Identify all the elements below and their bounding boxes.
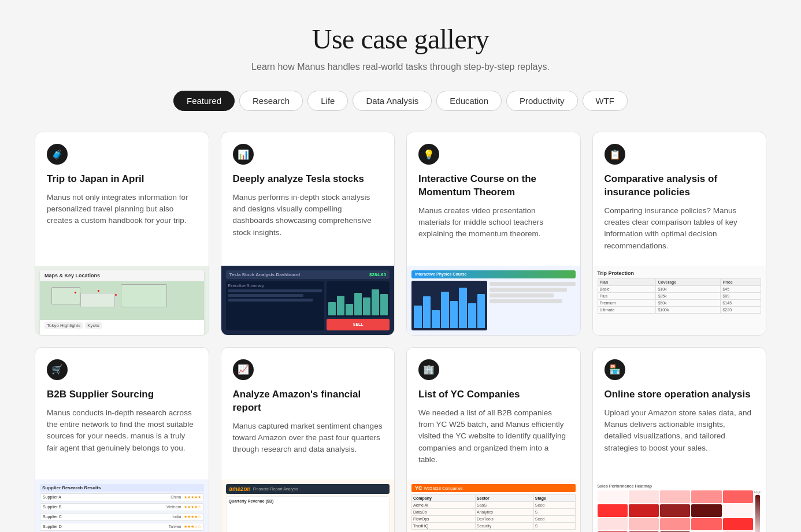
card-icon-momentum-course: 💡	[418, 144, 439, 165]
cards-row-1: 🧳Trip to Japan in AprilManus not only in…	[35, 132, 766, 336]
card-content-momentum-course: 💡Interactive Course on the Momentum Theo…	[407, 132, 580, 261]
card-title-japan-trip: Trip to Japan in April	[47, 173, 197, 186]
card-desc-tesla-stocks: Manus performs in-depth stock analysis a…	[233, 192, 383, 239]
card-desc-b2b-sourcing: Manus conducts in-depth research across …	[47, 407, 197, 454]
card-desc-insurance-analysis: Comparing insurance policies? Manus crea…	[605, 205, 755, 252]
card-title-insurance-analysis: Comparative analysis of insurance polici…	[605, 173, 755, 199]
card-content-yc-companies: 🏢List of YC CompaniesWe needed a list of…	[407, 348, 580, 475]
tab-life[interactable]: Life	[307, 91, 348, 111]
card-content-insurance-analysis: 📋Comparative analysis of insurance polic…	[593, 132, 766, 261]
card-preview-stock: Tesla Stock Analysis Dashboard $284.65 E…	[221, 266, 395, 335]
card-icon-amazon-financial: 📈	[233, 359, 254, 380]
card-yc-companies[interactable]: 🏢List of YC CompaniesWe needed a list of…	[406, 347, 581, 532]
tab-education[interactable]: Education	[436, 91, 502, 111]
card-japan-trip[interactable]: 🧳Trip to Japan in AprilManus not only in…	[35, 132, 209, 336]
page-header: Use case gallery Learn how Manus handles…	[35, 23, 766, 72]
card-content-b2b-sourcing: 🛒B2B Supplier SourcingManus conducts in-…	[35, 348, 209, 475]
card-tesla-stocks[interactable]: 📊Deeply analyze Tesla stocksManus perfor…	[221, 132, 395, 336]
tab-featured[interactable]: Featured	[173, 91, 235, 111]
card-title-amazon-financial: Analyze Amazon's financial report	[233, 388, 383, 415]
card-icon-yc-companies: 🏢	[418, 359, 439, 380]
card-icon-b2b-sourcing: 🛒	[47, 359, 68, 380]
card-preview-supplier: Supplier Research Results Supplier A Chi…	[35, 479, 209, 532]
card-content-amazon-financial: 📈Analyze Amazon's financial reportManus …	[221, 348, 395, 475]
card-preview-insurance: Trip Protection Plan Coverage Price Basi…	[593, 266, 766, 335]
card-amazon-financial[interactable]: 📈Analyze Amazon's financial reportManus …	[221, 347, 395, 532]
card-preview-store: Sales Performance Heatmap High Low	[593, 479, 766, 532]
card-title-b2b-sourcing: B2B Supplier Sourcing	[47, 388, 197, 401]
card-title-momentum-course: Interactive Course on the Momentum Theor…	[418, 173, 569, 199]
card-preview-course: Interactive Physics Course	[407, 266, 580, 335]
tab-productivity[interactable]: Productivity	[506, 91, 578, 111]
card-content-store-analysis: 🏪Online store operation analysisUpload y…	[593, 348, 766, 475]
page-title: Use case gallery	[35, 23, 766, 55]
card-desc-amazon-financial: Manus captured market sentiment changes …	[233, 421, 383, 456]
tab-wtf[interactable]: WTF	[583, 91, 628, 111]
card-desc-yc-companies: We needed a list of all B2B companies fr…	[418, 407, 569, 466]
card-icon-tesla-stocks: 📊	[233, 144, 254, 165]
tab-data-analysis[interactable]: Data Analysis	[353, 91, 432, 111]
card-content-tesla-stocks: 📊Deeply analyze Tesla stocksManus perfor…	[221, 132, 395, 261]
card-title-tesla-stocks: Deeply analyze Tesla stocks	[233, 173, 383, 186]
cards-row-2: 🛒B2B Supplier SourcingManus conducts in-…	[35, 347, 766, 532]
page-subtitle: Learn how Manus handles real-world tasks…	[35, 62, 766, 72]
card-icon-store-analysis: 🏪	[605, 359, 625, 380]
card-insurance-analysis[interactable]: 📋Comparative analysis of insurance polic…	[592, 132, 767, 336]
card-desc-momentum-course: Manus creates video presentation materia…	[418, 205, 569, 240]
card-content-japan-trip: 🧳Trip to Japan in AprilManus not only in…	[35, 132, 209, 261]
card-desc-japan-trip: Manus not only integrates information fo…	[47, 192, 197, 227]
card-momentum-course[interactable]: 💡Interactive Course on the Momentum Theo…	[406, 132, 581, 336]
card-preview-map: Maps & Key Locations Tokyo Highlights Ky…	[35, 266, 209, 335]
card-preview-yc: YC W25 B2B Companies Company Sector Stag…	[407, 479, 580, 532]
card-store-analysis[interactable]: 🏪Online store operation analysisUpload y…	[592, 347, 767, 532]
card-title-store-analysis: Online store operation analysis	[605, 388, 755, 401]
card-b2b-sourcing[interactable]: 🛒B2B Supplier SourcingManus conducts in-…	[35, 347, 209, 532]
card-preview-amazon: amazon Financial Report Analysis Quarter…	[221, 479, 395, 532]
tabs-bar: FeaturedResearchLifeData AnalysisEducati…	[35, 91, 766, 111]
card-icon-japan-trip: 🧳	[47, 144, 68, 165]
card-title-yc-companies: List of YC Companies	[418, 388, 569, 401]
tab-research[interactable]: Research	[239, 91, 303, 111]
card-icon-insurance-analysis: 📋	[605, 144, 625, 165]
card-desc-store-analysis: Upload your Amazon store sales data, and…	[605, 407, 755, 454]
